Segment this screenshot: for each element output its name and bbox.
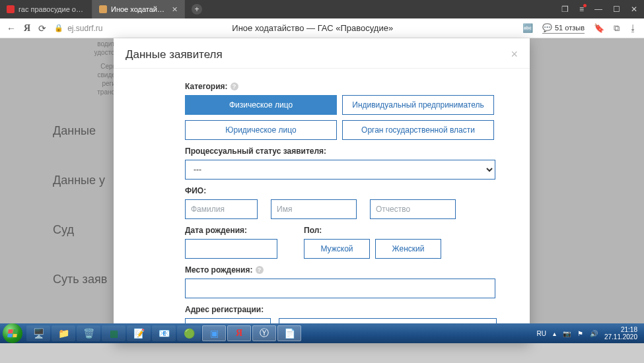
downloads-icon[interactable]: ⭳	[629, 23, 637, 33]
reg-address-label: Адрес регистрации:	[185, 305, 518, 314]
extensions-icon[interactable]: ≡	[579, 5, 584, 14]
taskbar-chrome-icon[interactable]: 🟢	[177, 325, 201, 341]
status-label: Процессуальный статус заявителя:	[185, 147, 518, 156]
category-gov-button[interactable]: Орган государственной власти	[342, 120, 494, 140]
page-viewport: водитель удостовер Серия и свидетел реги…	[0, 38, 644, 343]
taskbar-trash-icon[interactable]: 🗑️	[77, 325, 100, 341]
browser-tab-0[interactable]: гас правосудие официаль	[0, 0, 92, 18]
speech-bubble-icon: 💬	[542, 23, 552, 32]
tray-volume-icon[interactable]: 🔊	[590, 330, 598, 337]
sex-label: Пол:	[304, 226, 441, 235]
sidebar-icon[interactable]: ⧉	[614, 23, 620, 34]
reviews-badge[interactable]: 💬 51 отзыв	[542, 23, 585, 34]
category-individual-button[interactable]: Физическое лицо	[185, 95, 337, 115]
help-icon[interactable]: ?	[256, 266, 264, 274]
windows-taskbar: 🖥️ 📁 🗑️ ▦ 📝 📧 🟢 ▣ Я Ⓨ 📄 RU ▴ 📷 ⚑ 🔊 21:18…	[0, 323, 644, 343]
tray-flag-icon[interactable]: ⚑	[577, 330, 583, 337]
tray-camera-icon[interactable]: 📷	[563, 330, 571, 337]
last-name-input[interactable]	[185, 199, 258, 219]
new-tab-button[interactable]: +	[189, 0, 205, 18]
dob-input[interactable]	[185, 239, 277, 259]
sex-male-button[interactable]: Мужской	[304, 239, 370, 259]
first-name-input[interactable]	[271, 199, 357, 219]
yandex-home-button[interactable]: Я	[24, 23, 30, 34]
taskbar-word-icon[interactable]: 📄	[277, 325, 301, 341]
taskbar-zoom-icon[interactable]: ▣	[202, 325, 226, 341]
help-icon[interactable]: ?	[231, 82, 238, 90]
taskbar-mail-icon[interactable]: 📧	[152, 325, 176, 341]
start-button[interactable]	[3, 323, 22, 343]
system-tray: RU ▴ 📷 ⚑ 🔊 21:18 27.11.2020	[536, 326, 641, 341]
plus-icon: +	[192, 4, 202, 15]
taskbar-ybrowser-icon[interactable]: Ⓨ	[252, 325, 276, 341]
taskbar-folder-icon[interactable]: 📁	[52, 325, 75, 341]
taskbar-excel-icon[interactable]: ▦	[102, 325, 125, 341]
tab-favicon-icon	[99, 5, 107, 13]
window-close-button[interactable]: ✕	[631, 5, 637, 14]
lang-indicator[interactable]: RU	[536, 330, 546, 337]
sex-female-button[interactable]: Женский	[375, 239, 441, 259]
browser-tab-1[interactable]: Иное ходатайство — Г... ✕	[92, 0, 185, 18]
modal-close-button[interactable]: ×	[511, 48, 518, 61]
page-title: Иное ходатайство — ГАС «Правосудие»	[110, 23, 515, 33]
window-maximize-button[interactable]: ☐	[613, 5, 620, 14]
browser-tab-strip: гас правосудие официаль Иное ходатайство…	[0, 0, 644, 18]
windows-icon	[7, 329, 18, 337]
tray-chevron-icon[interactable]: ▴	[553, 330, 556, 337]
lock-icon: 🔒	[54, 24, 63, 32]
category-label: Категория: ?	[185, 82, 518, 91]
category-entrepreneur-button[interactable]: Индивидуальный предприниматель	[342, 95, 494, 115]
url-host: ej.sudrf.ru	[67, 24, 102, 33]
back-button[interactable]: ←	[7, 23, 16, 34]
window-controls: ❐ ≡ — ☐ ✕	[555, 0, 644, 18]
translate-icon[interactable]: 🔤	[522, 23, 533, 33]
taskbar-explorer-icon[interactable]: 🖥️	[26, 325, 50, 341]
bookmark-icon[interactable]: 🔖	[594, 23, 604, 33]
overlay-windows-icon[interactable]: ❐	[561, 5, 569, 14]
fio-label: ФИО:	[185, 186, 518, 195]
dob-label: Дата рождения:	[185, 226, 277, 235]
modal-body[interactable]: Категория: ? Физическое лицо Индивидуаль…	[114, 69, 530, 343]
clock[interactable]: 21:18 27.11.2020	[604, 326, 637, 341]
middle-name-input[interactable]	[370, 199, 456, 219]
modal-title: Данные заявителя	[125, 48, 223, 61]
birthplace-input[interactable]	[185, 279, 495, 298]
tab-close-icon[interactable]: ✕	[172, 5, 178, 14]
tab-title: Иное ходатайство — Г...	[111, 5, 168, 13]
taskbar-notes-icon[interactable]: 📝	[127, 325, 151, 341]
procedural-status-select[interactable]: ---	[185, 160, 495, 180]
tab-title: гас правосудие официаль	[18, 5, 85, 13]
address-field[interactable]: 🔒 ej.sudrf.ru	[54, 24, 102, 33]
birthplace-label: Место рождения: ?	[185, 265, 518, 275]
applicant-modal: Данные заявителя × Категория: ? Физическ…	[114, 38, 530, 343]
browser-toolbar: ← Я ⟳ 🔒 ej.sudrf.ru Иное ходатайство — Г…	[0, 18, 644, 38]
category-legal-button[interactable]: Юридическое лицо	[185, 120, 337, 140]
taskbar-yandex-icon[interactable]: Я	[227, 325, 251, 341]
tab-favicon-icon	[7, 5, 15, 13]
reload-button[interactable]: ⟳	[38, 23, 46, 34]
window-minimize-button[interactable]: —	[594, 5, 602, 14]
